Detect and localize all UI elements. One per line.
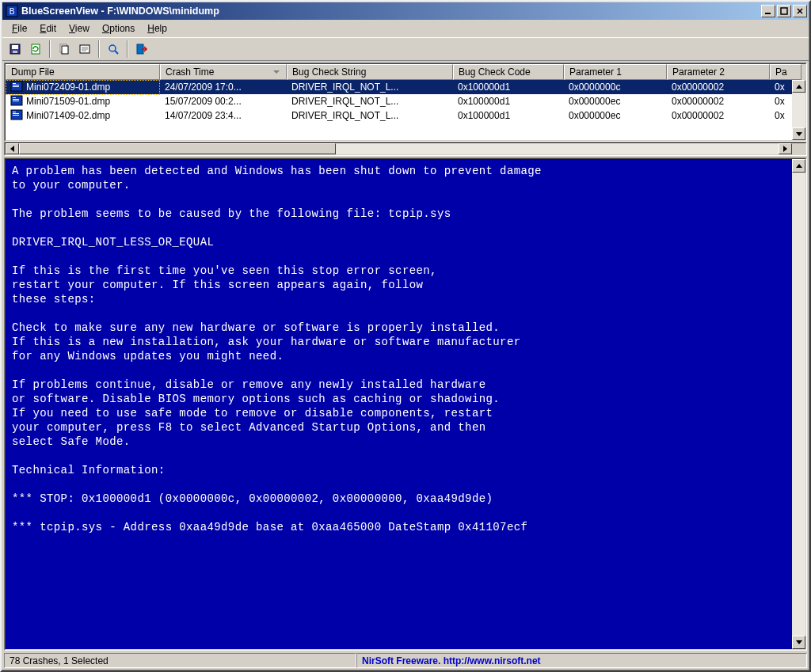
statusbar: 78 Crashes, 1 Selected NirSoft Freeware.… [2, 652, 809, 670]
dump-icon [10, 81, 23, 94]
toolbar [2, 37, 809, 61]
minimize-button[interactable] [761, 5, 775, 17]
scroll-thumb[interactable] [19, 143, 336, 154]
menu-file[interactable]: File [6, 21, 33, 36]
column-header[interactable]: Parameter 2 [667, 64, 770, 80]
dump-icon [10, 109, 23, 123]
svg-rect-23 [13, 99, 19, 100]
table-cell: Mini071509-01.dmp [6, 95, 160, 108]
app-icon: B [6, 5, 18, 17]
refresh-icon[interactable] [26, 40, 45, 59]
titlebar[interactable]: B BlueScreenView - F:\WINDOWS\minidump [2, 2, 809, 20]
svg-rect-27 [13, 113, 19, 114]
svg-text:B: B [10, 7, 15, 16]
svg-rect-22 [13, 97, 16, 98]
scroll-track[interactable] [792, 93, 805, 127]
svg-rect-20 [13, 86, 19, 87]
svg-rect-6 [13, 51, 17, 53]
table-cell: 0x0000000c [564, 82, 667, 93]
scroll-up-button[interactable] [792, 80, 805, 93]
table-cell: 0x000000ec [564, 96, 667, 107]
table-cell: DRIVER_IRQL_NOT_L... [287, 110, 453, 121]
table-cell: 0x00000002 [667, 96, 770, 107]
svg-rect-26 [13, 112, 16, 112]
find-icon[interactable] [104, 40, 123, 59]
table-cell: Mini072409-01.dmp [6, 80, 160, 95]
svg-rect-18 [13, 83, 16, 84]
app-window: B BlueScreenView - F:\WINDOWS\minidump F… [0, 0, 811, 672]
toolbar-separator [98, 40, 100, 58]
exit-icon[interactable] [132, 40, 151, 59]
svg-rect-9 [62, 46, 68, 54]
window-inner: B BlueScreenView - F:\WINDOWS\minidump F… [2, 2, 809, 670]
column-headers: Dump FileCrash TimeBug Check StringBug C… [6, 64, 806, 80]
table-cell: 0x00000002 [667, 110, 770, 121]
table-cell: DRIVER_IRQL_NOT_L... [287, 96, 453, 107]
svg-rect-19 [13, 85, 19, 85]
menu-edit[interactable]: Edit [33, 21, 63, 36]
list-vertical-scrollbar[interactable] [792, 80, 805, 140]
scroll-left-button[interactable] [6, 143, 19, 154]
menubar: FileEditViewOptionsHelp [2, 20, 809, 37]
menu-help[interactable]: Help [141, 21, 173, 36]
table-cell: 24/07/2009 17:0... [160, 82, 287, 93]
table-cell: 0x100000d1 [453, 110, 564, 121]
menu-options[interactable]: Options [96, 21, 141, 36]
table-row[interactable]: Mini072409-01.dmp24/07/2009 17:0...DRIVE… [6, 80, 805, 94]
table-row[interactable]: Mini071409-02.dmp14/07/2009 23:4...DRIVE… [6, 108, 805, 123]
list-horizontal-scrollbar[interactable] [4, 142, 807, 156]
bsod-vertical-scrollbar[interactable] [792, 159, 805, 649]
status-right[interactable]: NirSoft Freeware. http://www.nirsoft.net [356, 653, 807, 668]
table-cell: 15/07/2009 00:2... [160, 96, 287, 107]
toolbar-separator [49, 40, 51, 58]
column-header[interactable]: Pa [770, 64, 801, 80]
svg-rect-3 [781, 8, 787, 14]
column-header[interactable]: Bug Check String [287, 64, 453, 80]
scroll-down-button[interactable] [792, 127, 805, 140]
scroll-right-button[interactable] [779, 143, 792, 154]
close-button[interactable] [793, 5, 807, 17]
column-header[interactable]: Bug Check Code [453, 64, 564, 80]
table-cell: DRIVER_IRQL_NOT_L... [287, 82, 453, 93]
dump-icon [10, 95, 23, 108]
table-cell: Mini071409-02.dmp [6, 109, 160, 123]
scroll-up-button[interactable] [792, 159, 805, 173]
toolbar-separator [127, 40, 128, 58]
table-cell: 0x00000002 [667, 82, 770, 93]
table-cell: 0x100000d1 [453, 82, 564, 93]
scroll-corner [792, 143, 805, 154]
properties-icon[interactable] [75, 40, 94, 59]
list-body[interactable]: Mini072409-01.dmp24/07/2009 17:0...DRIVE… [6, 80, 805, 140]
maximize-button[interactable] [777, 5, 791, 17]
scroll-track[interactable] [336, 143, 779, 154]
copy-icon[interactable] [55, 40, 74, 59]
svg-rect-5 [12, 45, 18, 49]
save-icon[interactable] [6, 40, 25, 59]
table-cell: 14/07/2009 23:4... [160, 110, 287, 121]
svg-rect-24 [13, 101, 19, 101]
svg-line-15 [115, 51, 118, 54]
column-header[interactable]: Dump File [6, 64, 160, 80]
svg-rect-28 [13, 115, 19, 116]
title-text: BlueScreenView - F:\WINDOWS\minidump [21, 6, 760, 17]
bsod-text[interactable]: A problem has been detected and Windows … [6, 159, 792, 649]
scroll-down-button[interactable] [792, 636, 805, 649]
column-header[interactable]: Parameter 1 [564, 64, 667, 80]
bsod-panel: A problem has been detected and Windows … [4, 158, 807, 651]
svg-point-14 [109, 45, 116, 51]
dump-listview: Dump FileCrash TimeBug Check StringBug C… [4, 63, 807, 142]
scroll-track[interactable] [792, 173, 805, 636]
table-cell: 0x100000d1 [453, 96, 564, 107]
table-row[interactable]: Mini071509-01.dmp15/07/2009 00:2...DRIVE… [6, 94, 805, 108]
table-cell: 0x000000ec [564, 110, 667, 121]
menu-view[interactable]: View [63, 21, 96, 36]
svg-rect-2 [765, 13, 771, 14]
column-header[interactable]: Crash Time [160, 64, 287, 80]
status-left: 78 Crashes, 1 Selected [4, 653, 356, 668]
